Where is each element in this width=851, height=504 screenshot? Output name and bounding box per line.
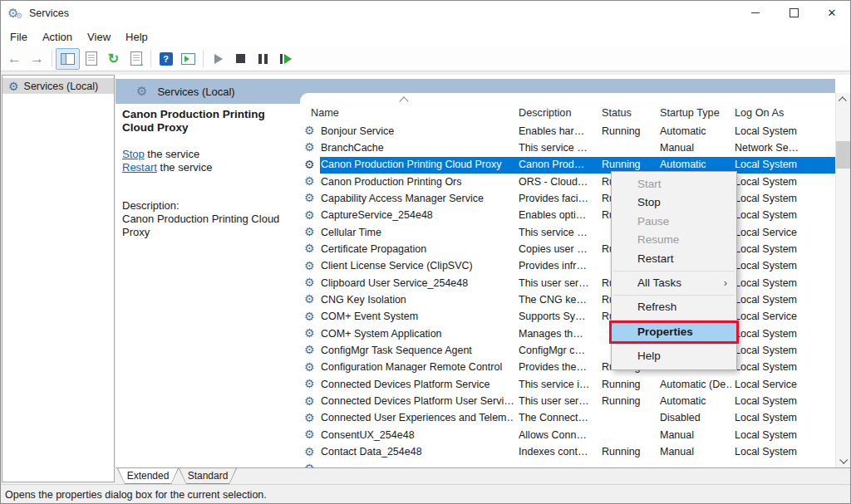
service-gear-icon: ⚙ — [304, 141, 315, 153]
maximize-button[interactable] — [775, 0, 813, 26]
stop-service-button[interactable] — [229, 49, 252, 69]
cell-description: Provides faci… — [519, 193, 598, 204]
cell-log-on-as: Local System — [735, 395, 833, 407]
restart-service-button[interactable] — [274, 49, 297, 69]
help-button[interactable]: ? — [155, 49, 177, 69]
cell-log-on-as: Local Service — [735, 311, 833, 322]
window-title: Services — [29, 7, 69, 19]
cell-log-on-as: Local System — [735, 294, 833, 306]
table-row[interactable]: ⚙Client License Service (ClipSVC)Provide… — [300, 258, 835, 275]
show-action-pane-button[interactable] — [177, 49, 199, 69]
gear-icon: ⚙ — [8, 81, 19, 92]
table-row[interactable]: ⚙CaptureService_254e48Enables opti…Runni… — [300, 208, 835, 224]
context-menu-item-help[interactable]: Help — [612, 347, 736, 365]
close-button[interactable]: ✕ — [813, 0, 851, 26]
services-list: Name Description Status Startup Type Log… — [300, 93, 835, 467]
cell-name: Client License Service (ClipSVC) — [321, 260, 514, 272]
minimize-button[interactable] — [736, 0, 775, 26]
table-row[interactable]: ⚙COM+ System ApplicationManages th…Local… — [300, 325, 835, 342]
services-table-rows: ⚙Bonjour ServiceEnables har…RunningAutom… — [300, 123, 835, 467]
export-list-button[interactable] — [125, 49, 147, 69]
table-row[interactable]: ⚙Canon Production Printing Cloud ProxyCa… — [300, 157, 835, 174]
table-header: Name Description Status Startup Type Log… — [300, 105, 835, 123]
help-icon: ? — [160, 52, 173, 66]
context-menu-item-resume[interactable]: Resume — [612, 231, 736, 249]
cell-name: COM+ Event System — [321, 311, 514, 322]
scroll-down-button[interactable] — [836, 453, 850, 467]
cell-status: Running — [602, 395, 657, 407]
vertical-scrollbar[interactable] — [835, 93, 850, 467]
scroll-up-button[interactable] — [836, 93, 850, 107]
cell-description: Copies user … — [519, 243, 598, 255]
tree-item-services-local[interactable]: ⚙ Services (Local) — [2, 78, 114, 94]
cell-name: Cellular Time — [321, 227, 514, 238]
restart-service-link[interactable]: Restart — [122, 161, 157, 174]
context-menu-item-all-tasks[interactable]: All Tasks› — [612, 274, 736, 292]
cell-startup-type: Automatic — [660, 125, 731, 137]
service-gear-icon: ⚙ — [304, 260, 315, 272]
cell-name: Clipboard User Service_254e48 — [321, 277, 514, 289]
menubar-item-action[interactable]: Action — [35, 28, 80, 46]
tab-standard[interactable]: Standard — [179, 468, 237, 484]
table-row[interactable]: ⚙Contact Data_254e48Indexes cont…Running… — [300, 444, 835, 461]
table-row[interactable]: ⚙Connected Devices Platform ServiceThis … — [300, 376, 835, 393]
context-menu-item-refresh[interactable]: Refresh — [612, 298, 736, 316]
maximize-icon — [790, 8, 799, 17]
column-header-description[interactable]: Description — [519, 107, 571, 119]
cell-startup-type: Manual — [660, 142, 731, 154]
cell-name: ConsentUX_254e48 — [321, 429, 514, 441]
table-row[interactable]: ⚙Connected Devices Platform User Servi…T… — [300, 394, 835, 410]
table-row[interactable]: ⚙Bonjour ServiceEnables har…RunningAutom… — [300, 123, 835, 139]
tab-extended[interactable]: Extended — [117, 468, 179, 484]
table-row[interactable]: ⚙Cellular TimeThis service …Local Servic… — [300, 224, 835, 241]
table-row[interactable]: ⚙ConfigMgr Task Sequence AgentConfigMgr … — [300, 342, 835, 359]
table-row[interactable]: ⚙CNG Key IsolationThe CNG ke…RunningLoca… — [300, 291, 835, 308]
cell-log-on-as: Local System — [735, 277, 833, 289]
cell-description: Canon Prod… — [519, 159, 598, 170]
column-header-log-on-as[interactable]: Log On As — [735, 107, 784, 119]
properties-toolbar-button[interactable] — [80, 49, 102, 69]
service-gear-icon: ⚙ — [304, 293, 315, 305]
service-description-text: Canon Production Printing Cloud Proxy — [122, 213, 293, 239]
minimize-icon — [751, 12, 760, 13]
menubar-item-help[interactable]: Help — [118, 28, 155, 46]
table-row[interactable]: ⚙Connected User Experiences and Telem…Th… — [300, 410, 835, 427]
back-button[interactable]: ← — [3, 49, 26, 69]
cell-name: Certificate Propagation — [321, 243, 514, 255]
menubar-item-view[interactable]: View — [80, 28, 118, 46]
cell-name: Connected Devices Platform Service — [321, 379, 514, 390]
pause-service-button[interactable] — [252, 49, 274, 69]
cell-log-on-as: Local System — [735, 328, 833, 340]
toolbar: ← → ↻ ? — [0, 46, 851, 71]
cell-status: Running — [602, 379, 657, 390]
table-row[interactable]: ⚙BranchCacheThis service …ManualNetwork … — [300, 139, 835, 156]
table-row[interactable]: ⚙Configuration Manager Remote ControlPro… — [300, 360, 835, 376]
service-gear-icon: ⚙ — [304, 428, 315, 440]
column-header-name[interactable]: Name — [311, 107, 339, 119]
column-header-status[interactable]: Status — [602, 107, 632, 119]
context-menu-item-pause[interactable]: Pause — [612, 213, 736, 231]
menubar-item-file[interactable]: File — [2, 28, 35, 46]
show-console-tree-button[interactable] — [56, 48, 80, 70]
forward-button[interactable]: → — [26, 49, 48, 69]
table-row[interactable]: ⚙Clipboard User Service_254e48This user … — [300, 275, 835, 291]
context-menu-item-restart[interactable]: Restart — [612, 250, 736, 268]
context-menu-item-start[interactable]: Start — [612, 175, 736, 193]
table-row[interactable]: ⚙Certificate PropagationCopies user …Run… — [300, 241, 835, 257]
cell-startup-type: Disabled — [660, 412, 731, 423]
scroll-thumb[interactable] — [836, 141, 850, 169]
context-menu-item-stop[interactable]: Stop — [612, 193, 736, 212]
stop-service-link[interactable]: Stop — [122, 148, 145, 160]
cell-log-on-as: Network Se… — [735, 142, 833, 154]
table-row[interactable]: ⚙COM+ Event SystemSupports Sy…RunningLoc… — [300, 309, 835, 325]
cell-name: Configuration Manager Remote Control — [321, 361, 514, 373]
table-row[interactable]: ⚙Canon Production Printing OrsORS - Clou… — [300, 174, 835, 190]
table-row[interactable]: ⚙ConsentUX_254e48Allows Conn…ManualLocal… — [300, 427, 835, 443]
cell-description: This service i… — [519, 379, 598, 390]
refresh-button[interactable]: ↻ — [102, 49, 125, 69]
context-menu-item-properties[interactable]: Properties — [612, 323, 736, 341]
menu-item-label: All Tasks — [637, 276, 681, 289]
table-row[interactable]: ⚙Capability Access Manager ServiceProvid… — [300, 190, 835, 207]
start-service-button[interactable] — [207, 49, 229, 69]
column-header-startup-type[interactable]: Startup Type — [660, 107, 720, 119]
